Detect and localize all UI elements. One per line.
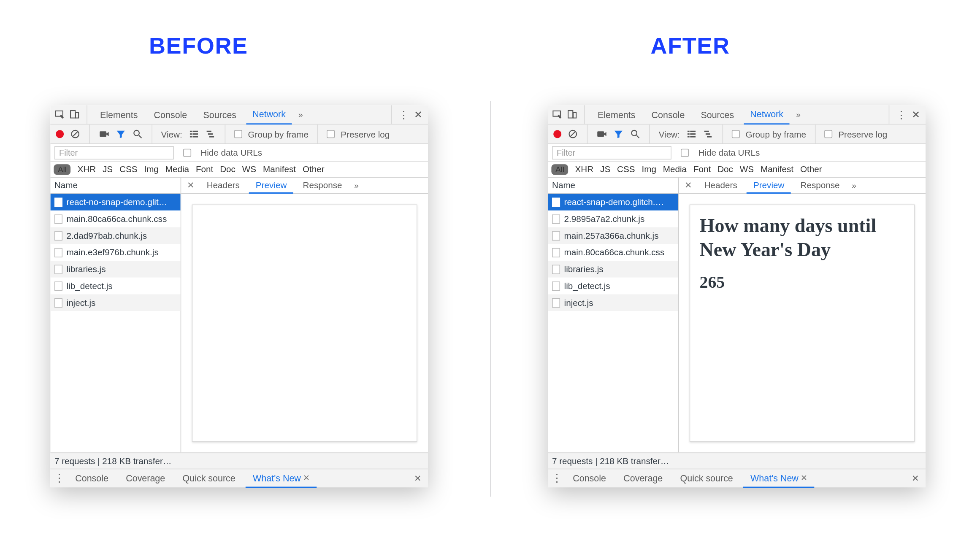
close-devtools-icon[interactable]: ✕ (413, 109, 424, 120)
type-img[interactable]: Img (642, 164, 656, 174)
tab-sources[interactable]: Sources (197, 105, 242, 124)
more-tabs-icon[interactable]: » (793, 110, 803, 119)
tab-network[interactable]: Network (246, 105, 292, 124)
type-other[interactable]: Other (800, 164, 822, 174)
more-detail-tabs-icon[interactable]: » (352, 181, 361, 190)
request-row[interactable]: 2.9895a7a2.chunk.js (548, 211, 678, 227)
request-row[interactable]: lib_detect.js (50, 278, 180, 294)
close-drawer-icon[interactable]: ✕ (410, 473, 425, 483)
close-tab-icon[interactable]: ✕ (303, 473, 310, 483)
request-row[interactable]: main.e3ef976b.chunk.js (50, 244, 180, 261)
type-js[interactable]: JS (600, 164, 610, 174)
type-media[interactable]: Media (663, 164, 687, 174)
close-tab-icon[interactable]: ✕ (801, 473, 807, 483)
tab-console[interactable]: Console (645, 105, 690, 124)
filter-icon[interactable] (116, 129, 126, 139)
drawer-menu-icon[interactable]: ⋮ (551, 471, 563, 485)
screenshot-icon[interactable] (99, 129, 109, 139)
clear-icon[interactable] (70, 129, 80, 139)
tab-headers[interactable]: Headers (200, 177, 246, 193)
tab-response[interactable]: Response (296, 177, 349, 193)
request-row[interactable]: lib_detect.js (548, 278, 678, 294)
request-row[interactable]: libraries.js (50, 261, 180, 278)
tab-sources[interactable]: Sources (695, 105, 740, 124)
type-other[interactable]: Other (303, 164, 325, 174)
tab-preview[interactable]: Preview (249, 178, 293, 194)
type-ws[interactable]: WS (740, 164, 754, 174)
drawer-menu-icon[interactable]: ⋮ (53, 471, 65, 485)
preserve-log-checkbox[interactable] (824, 130, 832, 138)
filter-input[interactable]: Filter (54, 146, 174, 159)
view-list-icon[interactable] (188, 129, 199, 139)
type-js[interactable]: JS (103, 164, 113, 174)
device-toggle-icon[interactable] (69, 109, 80, 120)
drawer-quick[interactable]: Quick source (673, 469, 740, 487)
group-by-frame-checkbox[interactable] (731, 130, 739, 138)
screenshot-icon[interactable] (596, 129, 607, 139)
request-list-header[interactable]: Name (548, 178, 678, 194)
tab-response[interactable]: Response (794, 177, 847, 193)
type-xhr[interactable]: XHR (575, 164, 594, 174)
tab-console[interactable]: Console (148, 105, 193, 124)
filter-input[interactable]: Filter (552, 146, 671, 159)
clear-icon[interactable] (568, 129, 578, 139)
request-row[interactable]: react-snap-demo.glitch.… (548, 194, 678, 211)
request-row[interactable]: main.257a366a.chunk.js (548, 227, 678, 244)
hide-data-urls-checkbox[interactable] (681, 149, 689, 157)
drawer-coverage[interactable]: Coverage (616, 469, 670, 487)
request-row[interactable]: react-no-snap-demo.glit… (50, 194, 180, 211)
type-font[interactable]: Font (196, 164, 213, 174)
preserve-log-checkbox[interactable] (327, 130, 335, 138)
group-by-frame-checkbox[interactable] (234, 130, 242, 138)
close-detail-icon[interactable]: ✕ (682, 180, 695, 190)
view-list-icon[interactable] (686, 129, 696, 139)
search-icon[interactable] (132, 129, 143, 139)
tab-preview[interactable]: Preview (747, 178, 791, 194)
search-icon[interactable] (630, 129, 640, 139)
hide-data-urls-checkbox[interactable] (183, 149, 191, 157)
tab-network[interactable]: Network (744, 105, 789, 124)
tab-elements[interactable]: Elements (592, 105, 642, 124)
type-css[interactable]: CSS (119, 164, 137, 174)
type-img[interactable]: Img (144, 164, 158, 174)
type-font[interactable]: Font (693, 164, 711, 174)
inspect-icon[interactable] (54, 109, 65, 120)
kebab-menu-icon[interactable]: ⋮ (896, 109, 907, 120)
request-row[interactable]: libraries.js (548, 261, 678, 278)
close-drawer-icon[interactable]: ✕ (907, 473, 923, 483)
type-xhr[interactable]: XHR (78, 164, 96, 174)
type-all[interactable]: All (551, 164, 568, 174)
type-ws[interactable]: WS (242, 164, 256, 174)
type-all[interactable]: All (54, 164, 70, 174)
view-waterfall-icon[interactable] (205, 129, 216, 139)
drawer-coverage[interactable]: Coverage (119, 469, 173, 487)
drawer-console[interactable]: Console (566, 469, 614, 487)
more-detail-tabs-icon[interactable]: » (849, 181, 859, 190)
request-list-header[interactable]: Name (50, 178, 180, 194)
request-row[interactable]: inject.js (50, 294, 180, 311)
type-doc[interactable]: Doc (220, 164, 236, 174)
close-detail-icon[interactable]: ✕ (184, 180, 198, 190)
drawer-quick[interactable]: Quick source (175, 469, 243, 487)
filter-icon[interactable] (613, 129, 624, 139)
request-row[interactable]: main.80ca66ca.chunk.css (50, 211, 180, 227)
record-icon[interactable] (56, 130, 64, 138)
record-icon[interactable] (553, 130, 561, 138)
device-toggle-icon[interactable] (567, 109, 577, 120)
inspect-icon[interactable] (552, 109, 563, 120)
type-css[interactable]: CSS (617, 164, 635, 174)
drawer-whatsnew[interactable]: What's New✕ (743, 469, 815, 488)
drawer-console[interactable]: Console (68, 469, 116, 487)
request-row[interactable]: inject.js (548, 294, 678, 311)
type-doc[interactable]: Doc (717, 164, 733, 174)
type-manifest[interactable]: Manifest (761, 164, 793, 174)
view-waterfall-icon[interactable] (703, 129, 713, 139)
close-devtools-icon[interactable]: ✕ (911, 109, 921, 120)
request-row[interactable]: 2.dad97bab.chunk.js (50, 227, 180, 244)
kebab-menu-icon[interactable]: ⋮ (398, 109, 409, 120)
type-media[interactable]: Media (165, 164, 189, 174)
request-row[interactable]: main.80ca66ca.chunk.css (548, 244, 678, 261)
tab-headers[interactable]: Headers (698, 177, 744, 193)
tab-elements[interactable]: Elements (94, 105, 144, 124)
type-manifest[interactable]: Manifest (263, 164, 296, 174)
